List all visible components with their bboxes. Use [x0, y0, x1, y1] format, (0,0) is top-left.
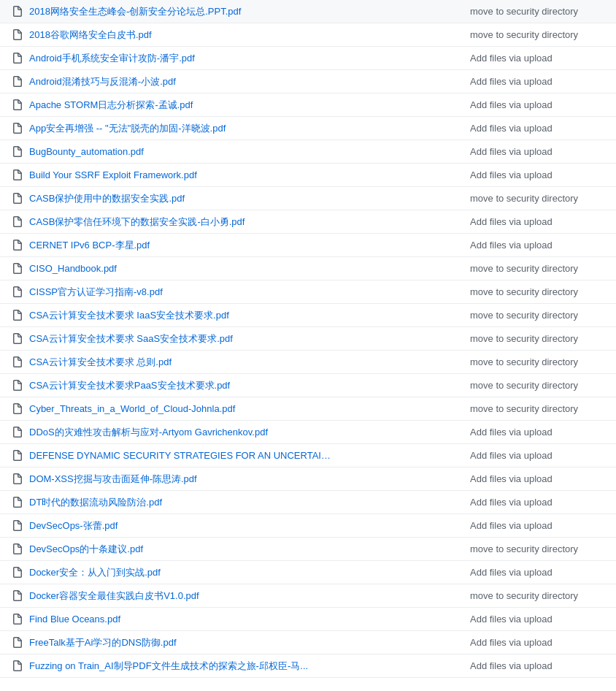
table-row: DevSecOps-张蕾.pdfAdd files via upload	[0, 514, 616, 538]
file-icon	[12, 614, 23, 625]
commit-message: Add files via upload	[458, 53, 604, 64]
table-row: Fuzzing on Train_AI制导PDF文件生成技术的探索之旅-邱权臣-…	[0, 654, 616, 678]
file-name-link[interactable]: DDoS的灾难性攻击解析与应对-Artyom Gavrichenkov.pdf	[29, 426, 336, 439]
commit-message: Add files via upload	[458, 614, 604, 625]
commit-message: move to security directory	[458, 286, 604, 297]
commit-message: move to security directory	[458, 6, 604, 17]
table-row: DOM-XSS挖掘与攻击面延伸-陈思涛.pdfAdd files via upl…	[0, 467, 616, 491]
commit-message: Add files via upload	[458, 169, 604, 180]
table-row: Android手机系统安全审计攻防-潘宇.pdfAdd files via up…	[0, 47, 616, 70]
file-icon	[12, 660, 23, 672]
file-name-link[interactable]: CSA云计算安全技术要求 SaaS安全技术要求.pdf	[29, 332, 336, 346]
table-row: Find Blue Oceans.pdfAdd files via upload	[0, 608, 616, 631]
file-name-link[interactable]: DevSecOps-张蕾.pdf	[29, 519, 336, 532]
file-icon	[12, 473, 23, 485]
file-name-link[interactable]: Cyber_Threats_in_a_World_of_Cloud-Johnla…	[29, 403, 336, 414]
commit-message: Add files via upload	[458, 216, 604, 227]
file-icon	[12, 567, 23, 579]
commit-message: move to security directory	[458, 29, 604, 40]
commit-message: Add files via upload	[458, 567, 604, 578]
table-row: App安全再增强 -- "无法"脱壳的加固-洋晓波.pdfAdd files v…	[0, 117, 616, 140]
table-row: 2018网络安全生态峰会-创新安全分论坛总.PPT.pdfmove to sec…	[0, 0, 616, 23]
file-icon	[12, 99, 23, 111]
file-icon	[12, 637, 23, 649]
table-row: BugBounty_automation.pdfAdd files via up…	[0, 140, 616, 164]
table-row: Cyber_Threats_in_a_World_of_Cloud-Johnla…	[0, 397, 616, 421]
table-row: DevSecOps的十条建议.pdfmove to security direc…	[0, 538, 616, 561]
file-name-link[interactable]: App安全再增强 -- "无法"脱壳的加固-洋晓波.pdf	[29, 122, 336, 135]
table-row: CSA云计算安全技术要求 IaaS安全技术要求.pdfmove to secur…	[0, 304, 616, 327]
file-name-link[interactable]: Fuzzing on Train_AI制导PDF文件生成技术的探索之旅-邱权臣-…	[29, 660, 336, 673]
file-name-link[interactable]: CISO_Handbook.pdf	[29, 263, 336, 274]
file-icon	[12, 590, 23, 602]
file-icon	[12, 146, 23, 158]
file-name-link[interactable]: Build Your SSRF Exploit Framework.pdf	[29, 169, 336, 180]
commit-message: move to security directory	[458, 403, 604, 414]
commit-message: move to security directory	[458, 356, 604, 367]
file-name-link[interactable]: Apache STORM日志分析探索-孟诚.pdf	[29, 99, 336, 112]
commit-message: Add files via upload	[458, 473, 604, 484]
file-name-link[interactable]: Docker容器安全最佳实践白皮书V1.0.pdf	[29, 589, 336, 603]
file-icon	[12, 169, 23, 181]
file-name-link[interactable]: DT时代的数据流动风险防治.pdf	[29, 496, 336, 509]
file-name-link[interactable]: DevSecOps的十条建议.pdf	[29, 543, 336, 556]
table-row: Docker容器安全最佳实践白皮书V1.0.pdfmove to securit…	[0, 584, 616, 608]
commit-message: Add files via upload	[458, 123, 604, 134]
table-row: CISSP官方认证学习指南-v8.pdfmove to security dir…	[0, 280, 616, 304]
commit-message: move to security directory	[458, 380, 604, 391]
file-icon	[12, 497, 23, 508]
file-icon	[12, 403, 23, 415]
file-name-link[interactable]: FreeTalk基于Ai学习的DNS防御.pdf	[29, 636, 336, 649]
table-row: DEFENSE DYNAMIC SECURITY STRATEGIES FOR …	[0, 444, 616, 467]
table-row: DDoS的灾难性攻击解析与应对-Artyom Gavrichenkov.pdfA…	[0, 421, 616, 444]
file-name-link[interactable]: DEFENSE DYNAMIC SECURITY STRATEGIES FOR …	[29, 450, 336, 461]
file-icon	[12, 193, 23, 205]
file-name-link[interactable]: Android手机系统安全审计攻防-潘宇.pdf	[29, 52, 336, 65]
commit-message: Add files via upload	[458, 99, 604, 110]
table-row: CERNET IPv6 BCP-李星.pdfAdd files via uplo…	[0, 234, 616, 257]
table-row: CSA云计算安全技术要求 SaaS安全技术要求.pdfmove to secur…	[0, 327, 616, 351]
file-name-link[interactable]: Find Blue Oceans.pdf	[29, 614, 336, 625]
commit-message: Add files via upload	[458, 427, 604, 438]
file-name-link[interactable]: CASB保护使用中的数据安全实践.pdf	[29, 192, 336, 205]
file-icon	[12, 310, 23, 321]
file-icon	[12, 286, 23, 298]
commit-message: Add files via upload	[458, 450, 604, 461]
file-name-link[interactable]: CSA云计算安全技术要求PaaS安全技术要求.pdf	[29, 379, 336, 392]
file-name-link[interactable]: Docker安全：从入门到实战.pdf	[29, 566, 336, 579]
table-row: Apache STORM日志分析探索-孟诚.pdfAdd files via u…	[0, 93, 616, 117]
file-icon	[12, 380, 23, 392]
file-name-link[interactable]: 2018网络安全生态峰会-创新安全分论坛总.PPT.pdf	[29, 5, 336, 18]
table-row: FreeTalk基于Ai学习的DNS防御.pdfAdd files via up…	[0, 631, 616, 654]
commit-message: move to security directory	[458, 263, 604, 274]
table-row: CASB保护零信任环境下的数据安全实践-白小勇.pdfAdd files via…	[0, 210, 616, 234]
commit-message: move to security directory	[458, 543, 604, 554]
file-name-link[interactable]: CISSP官方认证学习指南-v8.pdf	[29, 286, 336, 299]
file-icon	[12, 53, 23, 64]
commit-message: move to security directory	[458, 310, 604, 321]
commit-message: Add files via upload	[458, 240, 604, 251]
file-name-link[interactable]: BugBounty_automation.pdf	[29, 146, 336, 157]
file-name-link[interactable]: CSA云计算安全技术要求 总则.pdf	[29, 356, 336, 369]
file-name-link[interactable]: DOM-XSS挖掘与攻击面延伸-陈思涛.pdf	[29, 473, 336, 486]
file-name-link[interactable]: CSA云计算安全技术要求 IaaS安全技术要求.pdf	[29, 309, 336, 322]
file-icon	[12, 520, 23, 532]
commit-message: Add files via upload	[458, 637, 604, 648]
file-name-link[interactable]: CASB保护零信任环境下的数据安全实践-白小勇.pdf	[29, 215, 336, 229]
file-icon	[12, 543, 23, 555]
file-icon	[12, 29, 23, 41]
file-icon	[12, 123, 23, 134]
table-row: CSA云计算安全技术要求 总则.pdfmove to security dire…	[0, 351, 616, 374]
table-row: CSA云计算安全技术要求PaaS安全技术要求.pdfmove to securi…	[0, 374, 616, 397]
commit-message: Add files via upload	[458, 497, 604, 508]
table-row: CASB保护使用中的数据安全实践.pdfmove to security dir…	[0, 187, 616, 210]
commit-message: Add files via upload	[458, 520, 604, 531]
file-list: 2018网络安全生态峰会-创新安全分论坛总.PPT.pdfmove to sec…	[0, 0, 616, 678]
file-icon	[12, 356, 23, 368]
table-row: Android混淆技巧与反混淆-小波.pdfAdd files via uplo…	[0, 70, 616, 93]
file-name-link[interactable]: Android混淆技巧与反混淆-小波.pdf	[29, 75, 336, 88]
file-name-link[interactable]: CERNET IPv6 BCP-李星.pdf	[29, 239, 336, 252]
file-name-link[interactable]: 2018谷歌网络安全白皮书.pdf	[29, 28, 336, 42]
file-icon	[12, 76, 23, 88]
commit-message: Add files via upload	[458, 660, 604, 671]
